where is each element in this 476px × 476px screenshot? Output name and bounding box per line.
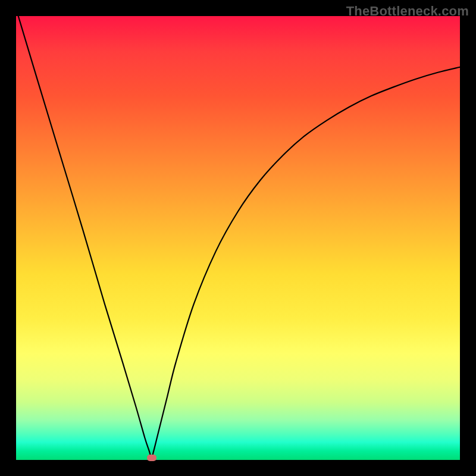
plot-area bbox=[16, 16, 460, 460]
chart-container: TheBottleneck.com bbox=[0, 0, 476, 476]
bottleneck-curve bbox=[16, 16, 460, 460]
optimal-marker bbox=[147, 455, 156, 461]
